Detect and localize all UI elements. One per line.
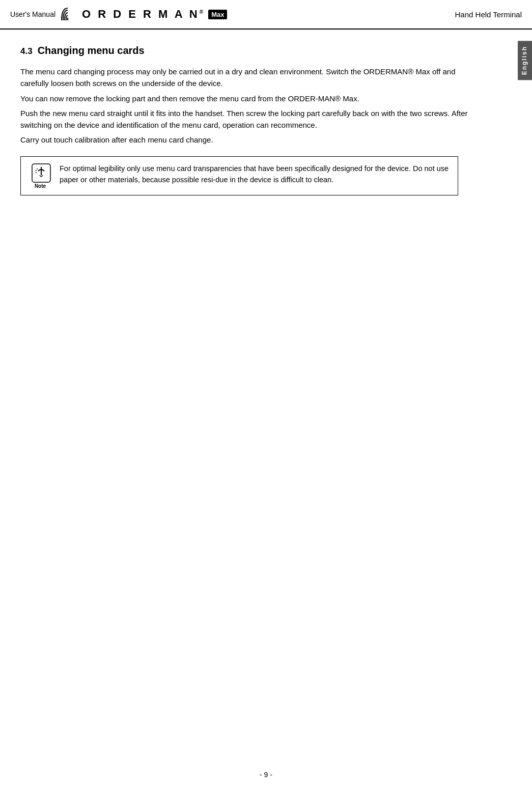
- logo-reg: ®: [200, 9, 205, 15]
- section-heading: 4.3 Changing menu cards: [20, 45, 468, 56]
- logo-text: O R D E R M A N®: [82, 8, 205, 21]
- max-badge: Max: [208, 10, 227, 19]
- orderman-signal-icon: [60, 6, 76, 22]
- paragraph-1: The menu card changing process may only …: [20, 66, 468, 90]
- note-label: Note: [35, 183, 46, 189]
- paragraph-2: You can now remove the locking part and …: [20, 93, 468, 104]
- paragraph-4: Carry out touch calibration after each m…: [20, 134, 468, 146]
- header-title: Hand Held Terminal: [455, 10, 522, 19]
- paragraph-3: Push the new menu card straight until it…: [20, 107, 468, 131]
- manual-label: User's Manual: [10, 10, 55, 18]
- note-icon: [31, 163, 49, 181]
- note-icon-container: Note: [29, 163, 51, 189]
- main-content: 4.3 Changing menu cards The menu card ch…: [0, 30, 499, 216]
- note-box: Note For optimal legibility only use men…: [20, 156, 458, 195]
- logo-container: O R D E R M A N® Max: [82, 8, 227, 21]
- body-paragraphs: The menu card changing process may only …: [20, 66, 468, 146]
- page-number: - 9 -: [260, 771, 272, 779]
- header-left: User's Manual O R D E R M A N® Max: [10, 6, 227, 22]
- page-footer: - 9 -: [0, 771, 532, 779]
- section-number: 4.3: [20, 46, 33, 56]
- language-side-tab: English: [518, 41, 532, 80]
- section-title: Changing menu cards: [38, 45, 145, 56]
- page-header: User's Manual O R D E R M A N® Max Hand …: [0, 0, 532, 30]
- note-text: For optimal legibility only use menu car…: [60, 163, 450, 186]
